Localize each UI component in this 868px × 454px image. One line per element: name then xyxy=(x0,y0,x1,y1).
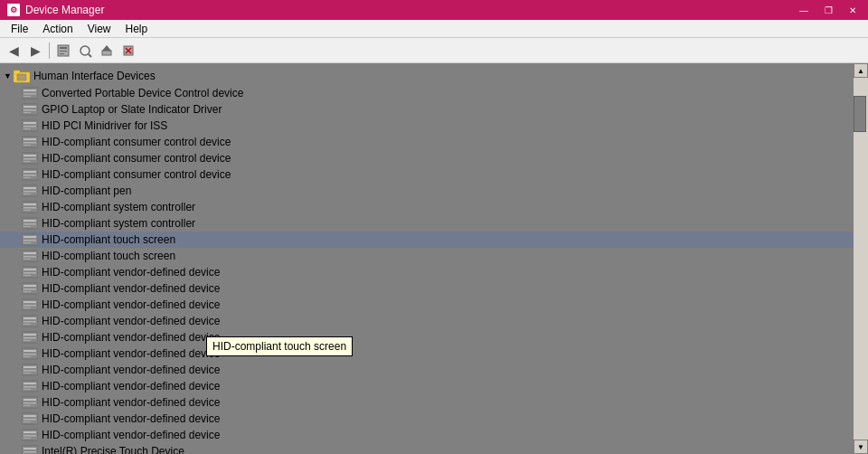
svg-line-5 xyxy=(89,54,91,57)
category-label: Human Interface Devices xyxy=(33,70,156,82)
svg-rect-42 xyxy=(22,139,23,140)
svg-rect-185 xyxy=(24,438,31,439)
svg-rect-76 xyxy=(37,204,38,205)
tree-item[interactable]: HID-compliant vendor-defined device xyxy=(0,394,854,411)
tree-item[interactable]: Intel(R) Precise Touch Device xyxy=(0,443,854,454)
app-icon: ⚙ xyxy=(7,4,20,16)
title-bar: ⚙ Device Manager — ❐ ✕ xyxy=(0,0,868,20)
restore-button[interactable]: ❐ xyxy=(816,3,840,17)
svg-rect-98 xyxy=(22,253,23,254)
svg-rect-17 xyxy=(24,96,31,97)
svg-rect-155 xyxy=(22,370,23,371)
svg-rect-40 xyxy=(24,142,36,144)
tree-item[interactable]: GPIO Laptop or Slate Indicator Driver xyxy=(0,101,854,118)
svg-rect-57 xyxy=(24,177,31,178)
svg-rect-175 xyxy=(24,415,36,417)
properties-button[interactable] xyxy=(53,41,73,61)
uninstall-button[interactable] xyxy=(118,41,138,61)
toolbar-separator-1 xyxy=(49,43,50,59)
category-human-interface[interactable]: ▼ Human Interface Devices xyxy=(0,67,854,85)
svg-rect-160 xyxy=(24,386,36,388)
svg-rect-120 xyxy=(24,305,36,307)
scroll-down-button[interactable]: ▼ xyxy=(854,440,868,454)
svg-rect-90 xyxy=(22,237,23,238)
tree-item[interactable]: HID-compliant vendor-defined device xyxy=(0,362,854,378)
tree-item[interactable]: HID-compliant vendor-defined device xyxy=(0,345,854,362)
tree-item[interactable]: HID-compliant touch screen xyxy=(0,248,854,264)
forward-button[interactable]: ▶ xyxy=(25,41,45,61)
svg-rect-187 xyxy=(22,435,23,436)
svg-rect-73 xyxy=(24,210,31,211)
svg-rect-141 xyxy=(37,337,38,338)
tree-item[interactable]: HID-compliant vendor-defined device xyxy=(0,329,854,345)
scan-button[interactable] xyxy=(75,41,95,61)
update-button[interactable] xyxy=(97,41,117,61)
svg-rect-65 xyxy=(24,194,31,194)
svg-rect-83 xyxy=(22,223,23,224)
back-button[interactable]: ◀ xyxy=(4,41,24,61)
close-button[interactable]: ✕ xyxy=(841,3,864,17)
svg-rect-143 xyxy=(24,350,36,352)
svg-rect-169 xyxy=(24,405,31,406)
device-label: HID-compliant consumer control device xyxy=(42,136,231,148)
svg-rect-84 xyxy=(37,221,38,222)
svg-rect-64 xyxy=(24,191,36,193)
menu-view[interactable]: View xyxy=(80,21,118,37)
svg-rect-125 xyxy=(37,305,38,306)
tree-item[interactable]: HID PCI Minidriver for ISS xyxy=(0,118,854,134)
svg-rect-51 xyxy=(22,158,23,159)
scroll-up-button[interactable]: ▲ xyxy=(854,63,868,78)
svg-rect-49 xyxy=(24,161,31,162)
svg-rect-140 xyxy=(37,335,38,336)
svg-rect-72 xyxy=(24,207,36,209)
tree-item[interactable]: HID-compliant vendor-defined device xyxy=(0,264,854,280)
tree-item[interactable]: HID-compliant system controller xyxy=(0,199,854,215)
tree-item[interactable]: HID-compliant vendor-defined device xyxy=(0,378,854,394)
tree-item[interactable]: HID-compliant system controller xyxy=(0,215,854,232)
device-label: HID-compliant vendor-defined device xyxy=(42,331,220,344)
device-icon xyxy=(22,315,38,327)
tree-item[interactable]: HID-compliant vendor-defined device xyxy=(0,297,854,313)
svg-rect-60 xyxy=(37,172,38,173)
scroll-thumb[interactable] xyxy=(854,96,866,132)
scroll-track xyxy=(854,78,868,440)
svg-rect-129 xyxy=(24,324,31,325)
device-label: HID-compliant vendor-defined device xyxy=(42,364,220,376)
expand-icon: ▼ xyxy=(4,71,12,80)
svg-rect-36 xyxy=(37,123,38,124)
tree-item[interactable]: HID-compliant touch screen xyxy=(0,232,854,248)
tree-item[interactable]: HID-compliant pen xyxy=(0,183,854,199)
svg-rect-96 xyxy=(24,256,36,258)
svg-rect-114 xyxy=(22,286,23,287)
tree-item[interactable]: HID-compliant consumer control device xyxy=(0,166,854,183)
tree-item[interactable]: HID-compliant consumer control device xyxy=(0,150,854,166)
tree-item[interactable]: Converted Portable Device Control device xyxy=(0,85,854,101)
svg-rect-170 xyxy=(22,400,23,401)
svg-rect-137 xyxy=(24,340,31,341)
device-icon xyxy=(22,380,38,393)
svg-rect-56 xyxy=(24,175,36,176)
menu-action[interactable]: Action xyxy=(35,21,80,37)
svg-rect-131 xyxy=(22,321,23,322)
device-icon xyxy=(22,250,38,262)
device-icon xyxy=(22,184,38,197)
device-label: HID-compliant touch screen xyxy=(42,233,175,246)
svg-rect-136 xyxy=(24,337,36,339)
tree-item[interactable]: HID-compliant vendor-defined device xyxy=(0,411,854,427)
tree-area[interactable]: ▼ Human Interface Devices Converted xyxy=(0,63,854,454)
svg-rect-132 xyxy=(37,318,38,319)
minimize-button[interactable]: — xyxy=(792,3,816,17)
tree-item[interactable]: HID-compliant vendor-defined device xyxy=(0,280,854,297)
device-label: GPIO Laptop or Slate Indicator Driver xyxy=(42,103,222,116)
svg-rect-28 xyxy=(37,107,38,108)
tree-item[interactable]: HID-compliant vendor-defined device xyxy=(0,313,854,329)
menu-help[interactable]: Help xyxy=(118,21,156,37)
tree-item[interactable]: HID-compliant consumer control device xyxy=(0,134,854,150)
svg-rect-66 xyxy=(22,188,23,189)
svg-rect-194 xyxy=(22,449,23,449)
scrollbar-track[interactable]: ▲ ▼ xyxy=(854,63,868,454)
tree-item[interactable]: HID-compliant vendor-defined device xyxy=(0,427,854,443)
menu-file[interactable]: File xyxy=(4,21,35,37)
title-bar-controls: — ❐ ✕ xyxy=(792,3,864,17)
svg-rect-99 xyxy=(22,256,23,257)
